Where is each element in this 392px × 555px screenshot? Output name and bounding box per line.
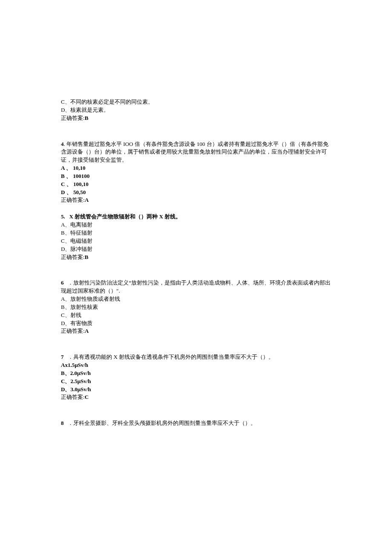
q4-stem: 4. 年销售量超过豁免水平 IOO 倍（有条件豁免含源设备 100 台）或者持有… [61, 140, 331, 165]
answer-label: 正确答案: [61, 115, 85, 121]
q4-answer: 正确答案:A [61, 196, 331, 204]
q4-option-a: A 、 10,10 [61, 164, 331, 172]
q5-stem: 5. X 射线管会产生物致辐射和（）两种 X 射线。 [61, 213, 331, 221]
q4-option-b: B 、 100100 [61, 172, 331, 180]
answer-value: A [85, 197, 89, 203]
document-page: C、不同的核素必定是不同的同位素。 D、核素就是元素。 正确答案:B 4. 年销… [0, 0, 392, 427]
question-7: 7 ．具有透视功能的 X 射线设备在透视条件下机房外的周围剂量当量率应不大于（）… [61, 353, 331, 401]
q5-option-a: A、电离辐射 [61, 221, 331, 229]
q7-number: 7 [61, 354, 64, 360]
q7-stem-text: ．具有透视功能的 X 射线设备在透视条件下机房外的周围剂量当量率应不大于（）。 [68, 354, 274, 360]
q7-option-a: Ax1.5μSv/h [61, 361, 331, 369]
q5-stem-text: X 射线管会产生物致辐射和（）两种 X 射线。 [69, 213, 182, 220]
q3-option-d: D、核素就是元素。 [61, 106, 331, 114]
q7-option-c: C、2.5μSv/h [61, 378, 331, 386]
q5-number: 5. [61, 213, 65, 220]
answer-label: 正确答案: [61, 394, 85, 400]
q6-option-c: C、射线 [61, 311, 331, 320]
answer-value: B [85, 115, 89, 121]
q8-stem-text: ．牙科全景摄影、牙科全景头颅摄影机房外的周围剂量当量率应不大于（）。 [68, 420, 256, 426]
question-5: 5. X 射线管会产生物致辐射和（）两种 X 射线。 A、电离辐射 B、特征辐射… [61, 213, 331, 261]
q7-answer: 正确答案:C [61, 393, 331, 401]
q5-option-b: B、特征辐射 [61, 229, 331, 237]
answer-value: A [85, 328, 89, 334]
q6-stem: 6 ．放射性污染防治法定义“放射性污染，是指由于人类活动造成物料、人体、场所、环… [61, 279, 331, 295]
q6-option-a: A、放射性物质或者射线 [61, 295, 331, 303]
q3-option-c: C、不同的核素必定是不同的同位素。 [61, 98, 331, 106]
question-4: 4. 年销售量超过豁免水平 IOO 倍（有条件豁免含源设备 100 台）或者持有… [61, 140, 331, 205]
question-8: 8 ．牙科全景摄影、牙科全景头颅摄影机房外的周围剂量当量率应不大于（）。 [61, 419, 331, 427]
question-6: 6 ．放射性污染防治法定义“放射性污染，是指由于人类活动造成物料、人体、场所、环… [61, 279, 331, 335]
answer-value: B [85, 254, 89, 260]
question-3-partial: C、不同的核素必定是不同的同位素。 D、核素就是元素。 正确答案:B [61, 98, 331, 122]
q7-option-b: B、2.0μSv/h [61, 369, 331, 378]
answer-label: 正确答案: [61, 254, 85, 260]
q5-option-d: D、脉冲辐射 [61, 245, 331, 253]
q8-stem: 8 ．牙科全景摄影、牙科全景头颅摄影机房外的周围剂量当量率应不大于（）。 [61, 419, 331, 427]
q5-option-c: C、电磁辐射 [61, 237, 331, 245]
q6-option-d: D、有害物质 [61, 320, 331, 328]
q6-stem-text: ．放射性污染防治法定义“放射性污染，是指由于人类活动造成物料、人体、场所、环境介… [61, 279, 331, 294]
q6-option-b: B、放射性核素 [61, 303, 331, 311]
answer-label: 正确答案: [61, 197, 85, 203]
q3-answer: 正确答案:B [61, 114, 331, 122]
answer-label: 正确答案: [61, 328, 85, 334]
q6-number: 6 [61, 279, 64, 286]
answer-value: C [85, 394, 89, 400]
q4-option-c: C 、 100,10 [61, 180, 331, 189]
q7-option-d: D、3.0μSv/h [61, 386, 331, 394]
q4-stem-text: . 年销售量超过豁免水平 IOO 倍（有条件豁免含源设备 100 台）或者持有量… [61, 141, 329, 163]
q7-stem: 7 ．具有透视功能的 X 射线设备在透视条件下机房外的周围剂量当量率应不大于（）… [61, 353, 331, 361]
q5-answer: 正确答案:B [61, 253, 331, 262]
q6-answer: 正确答案:A [61, 327, 331, 335]
q8-number: 8 [61, 420, 64, 426]
q4-option-d: D 、 50,50 [61, 189, 331, 197]
